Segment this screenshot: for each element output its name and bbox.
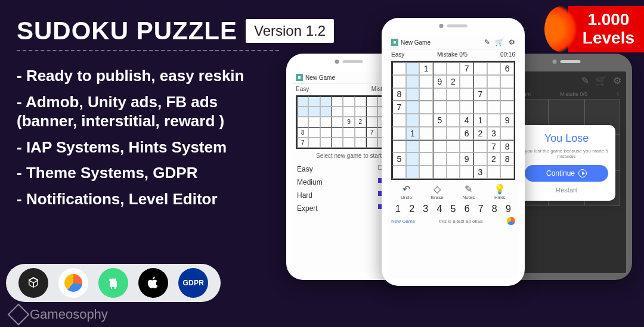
- tool-erase[interactable]: ◇Erase: [431, 183, 444, 200]
- sudoku-cell[interactable]: [406, 88, 420, 101]
- sudoku-cell[interactable]: 2: [473, 127, 487, 140]
- sudoku-cell[interactable]: [487, 114, 501, 127]
- sudoku-cell[interactable]: [419, 88, 433, 101]
- sudoku-cell[interactable]: [460, 88, 473, 101]
- sudoku-cell[interactable]: [447, 152, 460, 166]
- sudoku-cell[interactable]: [433, 88, 447, 101]
- sudoku-cell[interactable]: [392, 114, 406, 127]
- sudoku-cell[interactable]: 8: [500, 152, 514, 166]
- sudoku-cell[interactable]: 3: [473, 166, 487, 179]
- sudoku-cell[interactable]: [500, 88, 514, 101]
- sudoku-cell[interactable]: 9: [460, 152, 473, 166]
- sudoku-cell[interactable]: [447, 166, 460, 179]
- sudoku-cell[interactable]: 4: [460, 114, 473, 127]
- sudoku-cell[interactable]: 6: [500, 62, 514, 75]
- numpad-7[interactable]: 7: [478, 204, 484, 214]
- numpad-5[interactable]: 5: [451, 204, 456, 214]
- numpad-6[interactable]: 6: [465, 204, 470, 214]
- cart-icon[interactable]: 🛒: [495, 38, 504, 46]
- sudoku-cell[interactable]: [419, 101, 433, 114]
- tool-undo[interactable]: ↶Undo: [401, 183, 412, 200]
- sudoku-cell[interactable]: [500, 101, 514, 114]
- sudoku-cell[interactable]: [487, 88, 501, 101]
- sudoku-cell[interactable]: [487, 75, 501, 88]
- sudoku-cell[interactable]: [500, 166, 514, 179]
- sudoku-cell[interactable]: [406, 166, 420, 179]
- sudoku-cell[interactable]: 9: [433, 75, 447, 88]
- gear-icon[interactable]: ⚙: [509, 38, 515, 46]
- mid-sudoku-grid[interactable]: 17692877541916237859283: [391, 61, 515, 180]
- sudoku-cell[interactable]: [406, 62, 420, 75]
- sudoku-cell[interactable]: [433, 140, 447, 153]
- sudoku-cell[interactable]: 1: [419, 62, 433, 75]
- sudoku-cell[interactable]: [447, 114, 460, 127]
- numpad-1[interactable]: 1: [395, 204, 401, 214]
- sudoku-cell[interactable]: [406, 114, 420, 127]
- pencil-icon[interactable]: ✎: [484, 38, 490, 46]
- sudoku-cell[interactable]: [460, 75, 473, 88]
- sudoku-cell[interactable]: 1: [406, 127, 420, 140]
- sudoku-cell[interactable]: [419, 114, 433, 127]
- sudoku-cell[interactable]: [433, 152, 447, 166]
- sudoku-cell[interactable]: 7: [460, 62, 473, 75]
- new-game-link[interactable]: New Game: [391, 219, 415, 224]
- numpad-2[interactable]: 2: [409, 204, 414, 214]
- sudoku-cell[interactable]: [447, 62, 460, 75]
- sudoku-cell[interactable]: [447, 140, 460, 153]
- sudoku-cell[interactable]: 1: [473, 114, 487, 127]
- sudoku-cell[interactable]: [487, 62, 501, 75]
- numpad-3[interactable]: 3: [423, 204, 428, 214]
- sudoku-cell[interactable]: [433, 101, 447, 114]
- sudoku-cell[interactable]: [487, 166, 501, 179]
- sudoku-cell[interactable]: [473, 62, 487, 75]
- sudoku-cell[interactable]: 7: [487, 140, 501, 153]
- sudoku-cell[interactable]: [392, 127, 406, 140]
- sudoku-cell[interactable]: [460, 166, 473, 179]
- sudoku-cell[interactable]: [500, 127, 514, 140]
- sudoku-cell[interactable]: [406, 140, 420, 153]
- sudoku-cell[interactable]: [392, 140, 406, 153]
- sudoku-cell[interactable]: [487, 101, 501, 114]
- sudoku-cell[interactable]: 3: [487, 127, 501, 140]
- sudoku-cell[interactable]: 9: [500, 114, 514, 127]
- sudoku-cell[interactable]: [419, 140, 433, 153]
- numpad-8[interactable]: 8: [492, 204, 497, 214]
- sudoku-cell[interactable]: 6: [460, 127, 473, 140]
- tool-hints[interactable]: 💡Hints: [494, 183, 506, 200]
- sudoku-cell[interactable]: [447, 101, 460, 114]
- sudoku-cell[interactable]: [473, 140, 487, 153]
- sudoku-cell[interactable]: 7: [392, 101, 406, 114]
- tool-notes[interactable]: ✎Notes: [462, 183, 475, 200]
- sudoku-cell[interactable]: [473, 101, 487, 114]
- sudoku-cell[interactable]: 5: [392, 152, 406, 166]
- sudoku-cell[interactable]: [500, 75, 514, 88]
- sudoku-cell[interactable]: [447, 88, 460, 101]
- numpad-4[interactable]: 4: [436, 204, 442, 214]
- sudoku-cell[interactable]: [406, 101, 420, 114]
- sudoku-cell[interactable]: [447, 127, 460, 140]
- sudoku-cell[interactable]: [433, 62, 447, 75]
- sudoku-cell[interactable]: [473, 152, 487, 166]
- sudoku-cell[interactable]: [392, 62, 406, 75]
- sudoku-cell[interactable]: [460, 140, 473, 153]
- sudoku-cell[interactable]: [419, 75, 433, 88]
- numpad-9[interactable]: 9: [506, 204, 511, 214]
- sudoku-cell[interactable]: [419, 166, 433, 179]
- sudoku-cell[interactable]: [419, 152, 433, 166]
- sudoku-cell[interactable]: [433, 166, 447, 179]
- sudoku-cell[interactable]: [406, 152, 420, 166]
- sudoku-cell[interactable]: [460, 101, 473, 114]
- sudoku-cell[interactable]: [392, 166, 406, 179]
- sudoku-cell[interactable]: 2: [447, 75, 460, 88]
- sudoku-cell[interactable]: 7: [473, 88, 487, 101]
- sudoku-cell[interactable]: [406, 75, 420, 88]
- sudoku-cell[interactable]: 2: [487, 152, 501, 166]
- continue-button[interactable]: Continue: [525, 165, 608, 182]
- sudoku-cell[interactable]: 5: [433, 114, 447, 127]
- sudoku-cell[interactable]: [433, 127, 447, 140]
- sudoku-cell[interactable]: 8: [392, 88, 406, 101]
- sudoku-cell[interactable]: [392, 75, 406, 88]
- restart-button[interactable]: Restart: [525, 186, 608, 194]
- sudoku-cell[interactable]: [419, 127, 433, 140]
- sudoku-cell[interactable]: 8: [500, 140, 514, 153]
